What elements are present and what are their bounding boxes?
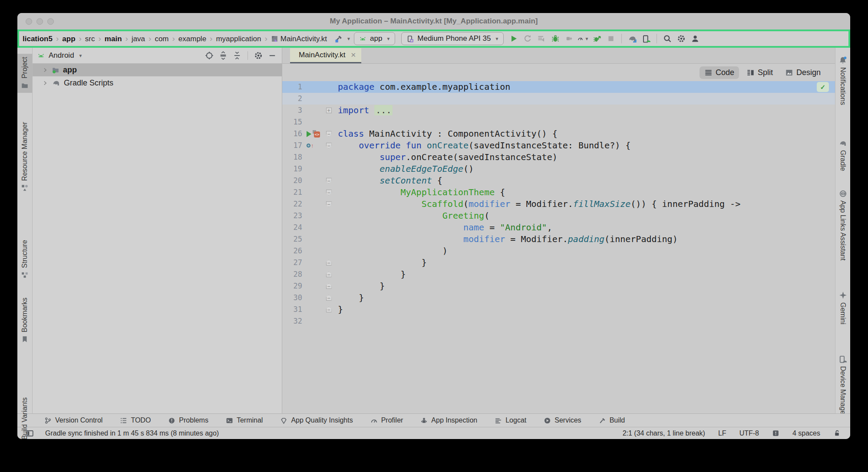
code-line[interactable]: 31 − }: [282, 304, 835, 315]
tree-item-app[interactable]: app: [33, 63, 282, 76]
code-line[interactable]: 20 − setContent {: [282, 175, 835, 187]
editor-tab-mainactivity[interactable]: MainActivity.kt ✕: [290, 48, 361, 63]
settings-button[interactable]: [676, 33, 687, 44]
profiler-button[interactable]: ▼: [578, 33, 589, 44]
breadcrumb-item-src[interactable]: src: [85, 35, 95, 43]
fold-marker[interactable]: −: [326, 143, 332, 148]
stop-button[interactable]: [605, 33, 617, 44]
breadcrumb-item-mainactivity-kt[interactable]: MainActivity.kt: [271, 35, 327, 43]
tool-window-button-app-inspection[interactable]: App Inspection: [420, 416, 477, 424]
inspection-status-widget[interactable]: ✓: [817, 82, 829, 92]
build-button[interactable]: [333, 33, 344, 44]
tool-window-button-build[interactable]: Build: [599, 416, 625, 424]
code-line[interactable]: 21 − MyApplicationTheme {: [282, 187, 835, 198]
expand-all-button[interactable]: [218, 50, 228, 61]
apply-changes-button[interactable]: [522, 33, 533, 44]
mode-button-code[interactable]: Code: [700, 66, 739, 79]
build-dropdown-arrow[interactable]: ▼: [347, 36, 351, 41]
tool-button-gradle[interactable]: Gradle: [835, 136, 850, 174]
code-editor[interactable]: 1 package com.example.myapplication 2 3 …: [282, 81, 835, 413]
mode-button-split[interactable]: Split: [742, 66, 778, 79]
breadcrumb-item-main[interactable]: main: [105, 35, 122, 43]
fold-marker[interactable]: −: [326, 295, 332, 301]
tool-window-button-services[interactable]: Services: [544, 416, 581, 424]
mode-button-design[interactable]: Design: [780, 66, 825, 79]
code-line[interactable]: 32: [282, 315, 835, 327]
tool-button-project[interactable]: Project: [17, 54, 32, 93]
code-line[interactable]: 27 − }: [282, 257, 835, 269]
fold-marker[interactable]: +: [326, 108, 332, 113]
code-line[interactable]: 23 Greeting(: [282, 210, 835, 222]
code-line[interactable]: 16 <> − class MainActivity : ComponentAc…: [282, 128, 835, 140]
breadcrumb-item-myapplication[interactable]: myapplication: [216, 35, 261, 43]
run-gutter-icon[interactable]: [307, 131, 311, 137]
tree-item-gradle-scripts[interactable]: Gradle Scripts: [33, 76, 282, 89]
profile-restart-button[interactable]: [591, 33, 603, 44]
device-manager-button[interactable]: [640, 33, 652, 44]
tool-button-device-manager[interactable]: Device Manager: [835, 352, 850, 420]
fold-marker[interactable]: −: [326, 272, 332, 277]
code-line[interactable]: 3 + import ...: [282, 105, 835, 116]
code-line[interactable]: 29 − }: [282, 280, 835, 292]
code-line[interactable]: 18 super.onCreate(savedInstanceState): [282, 151, 835, 163]
tool-button-resource-manager[interactable]: Resource Manager: [17, 119, 32, 195]
tool-window-button-version-control[interactable]: Version Control: [44, 416, 102, 424]
fold-marker[interactable]: −: [326, 260, 332, 266]
code-line[interactable]: 24 name = "Android",: [282, 222, 835, 233]
run-button[interactable]: [508, 33, 519, 44]
collapse-all-button[interactable]: [232, 50, 242, 61]
code-line[interactable]: 15: [282, 116, 835, 128]
file-encoding[interactable]: UTF-8: [739, 429, 759, 437]
tool-window-button-logcat[interactable]: Logcat: [495, 416, 526, 424]
fold-marker[interactable]: −: [326, 201, 332, 207]
fold-marker[interactable]: −: [326, 178, 332, 184]
code-line[interactable]: 1 package com.example.myapplication: [282, 81, 835, 93]
code-line[interactable]: 17 ↑ − override fun onCreate(savedInstan…: [282, 140, 835, 151]
chevron-down-icon[interactable]: ▼: [79, 53, 83, 58]
breadcrumb-item-app[interactable]: app: [62, 35, 75, 43]
code-line[interactable]: 28 − }: [282, 269, 835, 280]
event-log-icon[interactable]: [772, 429, 779, 437]
code-line[interactable]: 26 ): [282, 245, 835, 257]
breadcrumb-item-example[interactable]: example: [178, 35, 206, 43]
line-separator[interactable]: LF: [718, 429, 726, 437]
tool-window-button-app-quality-insights[interactable]: App Quality Insights: [280, 416, 353, 424]
code-line[interactable]: 2: [282, 93, 835, 105]
fold-marker[interactable]: −: [326, 283, 332, 289]
unlock-icon[interactable]: [833, 429, 841, 437]
expand-chevron-icon[interactable]: [42, 80, 48, 86]
close-tab-icon[interactable]: ✕: [350, 51, 356, 59]
project-view-select[interactable]: Android: [49, 51, 74, 60]
run-config-select[interactable]: app ▼: [354, 32, 395, 45]
fold-marker[interactable]: −: [326, 307, 332, 312]
code-line[interactable]: 22 − Scaffold(modifier = Modifier.fillMa…: [282, 198, 835, 210]
caret-position[interactable]: 2:1 (34 chars, 1 line break): [623, 429, 705, 437]
compose-preview-icon[interactable]: <>: [313, 130, 320, 138]
code-line[interactable]: 19 enableEdgeToEdge(): [282, 163, 835, 175]
tool-button-app-links-assistant[interactable]: App Links Assistant: [835, 186, 850, 264]
breadcrumb-item-java[interactable]: java: [132, 35, 145, 43]
tool-button-notifications[interactable]: Notifications: [835, 53, 850, 108]
breadcrumb-item-lication5[interactable]: lication5: [23, 35, 53, 43]
tool-window-button-terminal[interactable]: Terminal: [226, 416, 263, 424]
attach-debugger-button[interactable]: [564, 33, 575, 44]
sync-gradle-button[interactable]: [627, 33, 638, 44]
account-button[interactable]: [690, 33, 701, 44]
tool-button-gemini[interactable]: Gemini: [835, 288, 850, 328]
status-message[interactable]: Gradle sync finished in 1 m 45 s 834 ms …: [45, 429, 219, 437]
override-gutter-icon[interactable]: ↑: [307, 144, 314, 148]
panel-settings-button[interactable]: [253, 50, 264, 61]
tool-button-structure[interactable]: Structure: [17, 237, 32, 282]
indent-style[interactable]: 4 spaces: [792, 429, 820, 437]
tool-button-bookmarks[interactable]: Bookmarks: [17, 295, 32, 347]
code-line[interactable]: 25 modifier = Modifier.padding(innerPadd…: [282, 233, 835, 245]
tool-window-button-profiler[interactable]: Profiler: [370, 416, 403, 424]
code-line[interactable]: 30 − }: [282, 292, 835, 304]
debug-button[interactable]: [550, 33, 561, 44]
tool-window-button-todo[interactable]: TODO: [120, 416, 151, 424]
expand-chevron-icon[interactable]: [42, 67, 48, 73]
hide-panel-button[interactable]: [267, 50, 277, 61]
locate-file-button[interactable]: [204, 50, 215, 61]
fold-marker[interactable]: −: [326, 190, 332, 195]
breadcrumb-item-com[interactable]: com: [155, 35, 168, 43]
